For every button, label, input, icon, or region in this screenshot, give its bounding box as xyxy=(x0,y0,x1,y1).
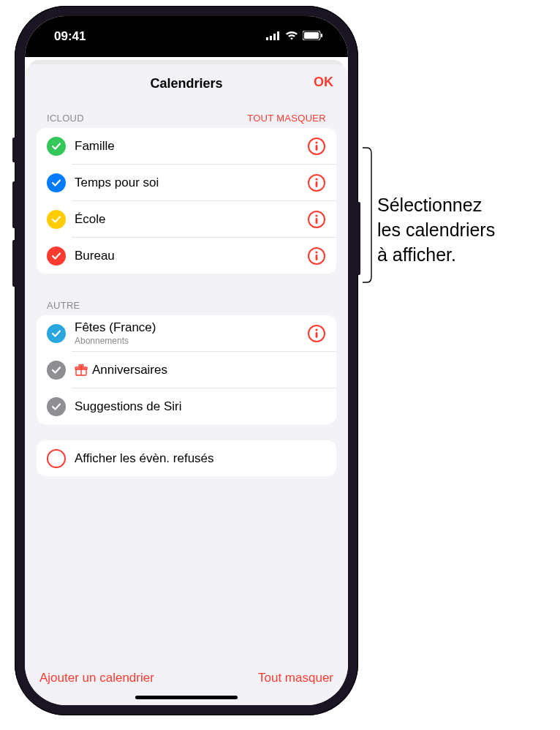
calendar-row-bureau[interactable]: Bureau xyxy=(37,238,336,274)
battery-icon xyxy=(303,29,323,44)
info-icon[interactable] xyxy=(307,324,326,343)
calendars-sheet: Calendriers OK ICLOUD TOUT MASQUER Famil… xyxy=(25,64,348,705)
phone-frame: 09:41 Calendriers OK ICL xyxy=(15,6,358,715)
section-header-autre: AUTRE xyxy=(37,290,336,315)
calendar-row-fetes[interactable]: Fêtes (France) Abonnements xyxy=(37,315,336,351)
svg-rect-3 xyxy=(277,31,279,40)
calendar-label: Suggestions de Siri xyxy=(75,399,326,414)
svg-rect-18 xyxy=(316,255,318,260)
svg-point-14 xyxy=(315,214,317,217)
svg-point-17 xyxy=(315,251,317,253)
sheet-content[interactable]: ICLOUD TOUT MASQUER Famille xyxy=(25,102,348,661)
dynamic-island xyxy=(139,28,234,54)
calendar-row-siri[interactable]: Suggestions de Siri xyxy=(37,388,336,424)
group-icloud: Famille Temps pour soi xyxy=(37,128,336,274)
svg-rect-12 xyxy=(316,181,318,187)
svg-rect-21 xyxy=(316,332,318,338)
checkmark-icon[interactable] xyxy=(47,173,66,192)
calendar-label: Fêtes (France) xyxy=(75,320,307,335)
volume-down-button[interactable] xyxy=(12,240,16,287)
side-power-button[interactable] xyxy=(357,202,360,275)
info-icon[interactable] xyxy=(307,210,326,229)
cellular-icon xyxy=(266,29,281,44)
mute-switch[interactable] xyxy=(12,138,16,162)
add-calendar-button[interactable]: Ajouter un calendrier xyxy=(39,671,154,685)
sheet-footer: Ajouter un calendrier Tout masquer xyxy=(25,661,348,693)
volume-up-button[interactable] xyxy=(12,181,16,228)
gift-icon xyxy=(75,364,88,377)
calendar-label: Temps pour soi xyxy=(75,176,307,190)
svg-rect-0 xyxy=(266,37,268,40)
info-icon[interactable] xyxy=(307,173,326,192)
checkmark-icon[interactable] xyxy=(47,397,66,416)
calendar-row-temps[interactable]: Temps pour soi xyxy=(37,165,336,200)
checkmark-icon[interactable] xyxy=(47,247,66,266)
calendar-row-anniversaires[interactable]: Anniversaires xyxy=(37,352,336,388)
screen: 09:41 Calendriers OK ICL xyxy=(25,16,348,705)
calendar-row-ecole[interactable]: École xyxy=(37,201,336,237)
svg-rect-9 xyxy=(316,145,318,151)
checkmark-icon[interactable] xyxy=(47,210,66,229)
checkmark-icon[interactable] xyxy=(47,361,66,380)
callout-bracket xyxy=(363,146,373,284)
group-autre: Fêtes (France) Abonnements xyxy=(37,315,336,424)
show-declined-row[interactable]: Afficher les évèn. refusés xyxy=(37,440,336,476)
declined-label: Afficher les évèn. refusés xyxy=(75,451,326,466)
sheet-title: Calendriers xyxy=(150,76,222,91)
svg-rect-15 xyxy=(316,218,318,224)
calendar-row-famille[interactable]: Famille xyxy=(37,128,336,164)
calendar-label: Bureau xyxy=(75,249,307,263)
svg-rect-1 xyxy=(270,36,272,40)
calendar-sublabel: Abonnements xyxy=(75,336,307,346)
info-icon[interactable] xyxy=(307,137,326,156)
svg-point-20 xyxy=(315,328,317,331)
checkmark-icon[interactable] xyxy=(47,137,66,156)
section-label-icloud: ICLOUD xyxy=(47,113,84,124)
hide-all-icloud-button[interactable]: TOUT MASQUER xyxy=(247,113,326,124)
section-header-icloud: ICLOUD TOUT MASQUER xyxy=(37,102,336,128)
home-indicator[interactable] xyxy=(135,696,238,699)
calendar-label: Famille xyxy=(75,139,307,154)
svg-point-11 xyxy=(315,178,317,180)
group-declined: Afficher les évèn. refusés xyxy=(37,440,336,476)
checkmark-icon[interactable] xyxy=(47,324,66,343)
status-time: 09:41 xyxy=(54,29,86,44)
unchecked-circle-icon[interactable] xyxy=(47,449,66,468)
calendar-label: École xyxy=(75,212,307,227)
svg-point-8 xyxy=(315,141,317,143)
svg-rect-6 xyxy=(321,34,322,37)
wifi-icon xyxy=(285,29,298,44)
sheet-header: Calendriers OK xyxy=(25,64,348,102)
calendar-label: Anniversaires xyxy=(92,363,326,377)
section-label-autre: AUTRE xyxy=(47,300,80,311)
svg-rect-2 xyxy=(273,34,276,40)
hide-all-button[interactable]: Tout masquer xyxy=(258,671,333,685)
done-button[interactable]: OK xyxy=(314,75,333,90)
callout-text: Sélectionnez les calendriers à afficher. xyxy=(377,193,495,267)
info-icon[interactable] xyxy=(307,247,326,266)
svg-rect-5 xyxy=(304,32,319,39)
